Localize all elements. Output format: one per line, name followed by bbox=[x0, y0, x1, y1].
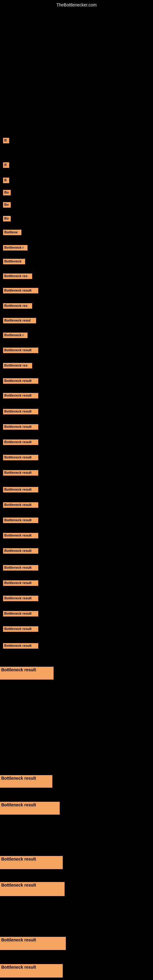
bottleneck-result-label: Bottleneck result bbox=[3, 502, 38, 508]
bottleneck-result-label: Bottleneck result bbox=[3, 596, 38, 601]
bottleneck-result-label: Bottleneck result bbox=[3, 533, 38, 538]
bottleneck-result-label: Bottleneck result bbox=[0, 667, 54, 679]
bottleneck-result-label: Bottleneck r bbox=[3, 245, 27, 250]
bottleneck-result-label: Bottleneck res bbox=[3, 363, 32, 368]
bottleneck-result-label: Bottleneck result bbox=[3, 565, 38, 571]
bottleneck-result-label: Bottleneck result bbox=[3, 548, 38, 554]
bottleneck-result-label: Bo bbox=[3, 216, 11, 221]
bottleneck-result-label: Bottleneck result bbox=[0, 937, 66, 950]
bottleneck-result-label: Bottleneck bbox=[3, 259, 25, 264]
bottleneck-result-label: Bottleneck result bbox=[3, 424, 38, 430]
bottleneck-result-label: Bottleneck result bbox=[3, 517, 38, 523]
bottleneck-result-label: B bbox=[3, 178, 9, 183]
bottleneck-result-label: Bottleneck result bbox=[0, 802, 60, 815]
bottleneck-result-label: Bottleneck r bbox=[3, 332, 27, 338]
bottleneck-result-label: Bottleneck result bbox=[3, 611, 38, 616]
bottleneck-result-label: Bottleneck result bbox=[3, 288, 38, 293]
bottleneck-result-label: Bo bbox=[3, 190, 11, 196]
bottleneck-result-label: B bbox=[3, 162, 9, 168]
bottleneck-result-label: Bottleneck result bbox=[0, 882, 65, 896]
bottleneck-result-label: Bo bbox=[3, 202, 11, 208]
bottleneck-result-label: Bottleneck result bbox=[3, 626, 38, 632]
bottleneck-result-label: Bottleneck res bbox=[3, 274, 32, 279]
bottleneck-result-label: Bottleneck resul bbox=[3, 318, 36, 323]
bottleneck-result-label: Bottleneck result bbox=[3, 643, 38, 649]
bottleneck-result-label: B bbox=[3, 138, 9, 143]
bottleneck-result-label: Bottleneck result bbox=[3, 378, 38, 384]
bottleneck-result-label: Bottleneck result bbox=[3, 580, 38, 586]
bottleneck-result-label: Bottleneck result bbox=[3, 487, 38, 492]
bottleneck-result-label: Bottleneck res bbox=[3, 303, 32, 309]
bottleneck-result-label: Bottleneck result bbox=[0, 775, 52, 788]
bottleneck-result-label: Bottleneck result bbox=[0, 856, 63, 869]
site-title: TheBottlenecker.com bbox=[56, 2, 97, 7]
bottleneck-result-label: Bottlene bbox=[3, 230, 21, 235]
bottleneck-result-label: Bottleneck result bbox=[3, 393, 38, 398]
bottleneck-result-label: Bottleneck result bbox=[3, 470, 38, 476]
bottleneck-result-label: Bottleneck result bbox=[3, 409, 38, 414]
bottleneck-result-label: Bottleneck result bbox=[3, 455, 38, 460]
bottleneck-result-label: Bottleneck result bbox=[3, 439, 38, 445]
bottleneck-result-label: Bottleneck result bbox=[0, 964, 63, 978]
bottleneck-result-label: Bottleneck result bbox=[3, 348, 38, 353]
